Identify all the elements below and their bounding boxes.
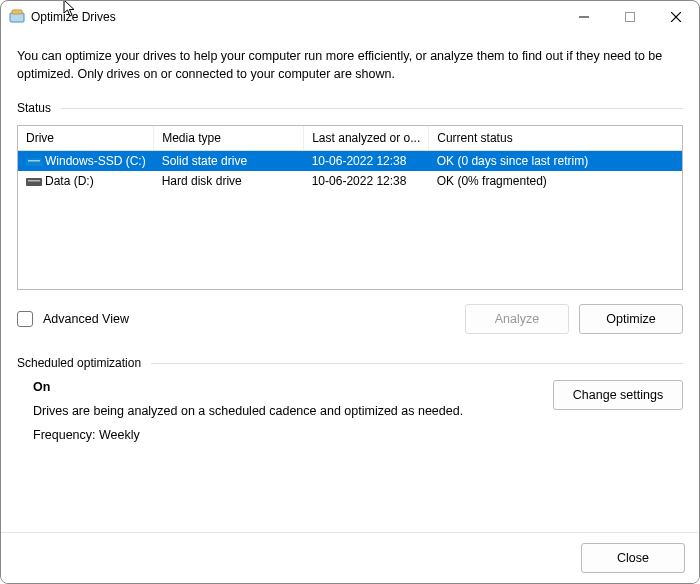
scheduled-description: Drives are being analyzed on a scheduled… [33, 404, 553, 418]
col-status[interactable]: Current status [429, 126, 682, 151]
svg-rect-6 [26, 158, 42, 166]
svg-rect-8 [26, 178, 42, 186]
drive-icon [26, 156, 42, 168]
drive-status: OK (0 days since last retrim) [429, 151, 682, 172]
minimize-button[interactable] [561, 1, 607, 33]
table-header-row[interactable]: Drive Media type Last analyzed or o... C… [18, 126, 682, 151]
svg-rect-1 [12, 10, 22, 14]
dialog-footer: Close [1, 532, 699, 583]
close-button[interactable]: Close [581, 543, 685, 573]
drive-last: 10-06-2022 12:38 [304, 151, 429, 172]
intro-text: You can optimize your drives to help you… [17, 47, 683, 83]
svg-rect-7 [28, 160, 40, 162]
app-icon [9, 9, 25, 25]
svg-rect-9 [28, 180, 40, 182]
col-last[interactable]: Last analyzed or o... [304, 126, 429, 151]
drive-last: 10-06-2022 12:38 [304, 171, 429, 191]
table-row[interactable]: Windows-SSD (C:)Solid state drive10-06-2… [18, 151, 682, 172]
maximize-button[interactable] [607, 1, 653, 33]
drive-name: Data (D:) [45, 174, 94, 188]
titlebar: Optimize Drives [1, 1, 699, 33]
svg-rect-3 [626, 13, 635, 22]
status-heading: Status [17, 101, 683, 115]
scheduled-frequency: Frequency: Weekly [33, 428, 553, 442]
drives-table[interactable]: Drive Media type Last analyzed or o... C… [17, 125, 683, 290]
window-title: Optimize Drives [31, 10, 561, 24]
drive-media: Solid state drive [154, 151, 304, 172]
advanced-view-checkbox[interactable] [17, 311, 33, 327]
drive-icon [26, 176, 42, 188]
col-drive[interactable]: Drive [18, 126, 154, 151]
scheduled-heading: Scheduled optimization [17, 356, 683, 370]
drive-name: Windows-SSD (C:) [45, 154, 146, 168]
analyze-button[interactable]: Analyze [465, 304, 569, 334]
change-settings-button[interactable]: Change settings [553, 380, 683, 410]
advanced-view-label: Advanced View [43, 312, 455, 326]
drive-status: OK (0% fragmented) [429, 171, 682, 191]
scheduled-state: On [33, 380, 553, 394]
drive-media: Hard disk drive [154, 171, 304, 191]
table-row[interactable]: Data (D:)Hard disk drive10-06-2022 12:38… [18, 171, 682, 191]
optimize-button[interactable]: Optimize [579, 304, 683, 334]
close-window-button[interactable] [653, 1, 699, 33]
col-media[interactable]: Media type [154, 126, 304, 151]
